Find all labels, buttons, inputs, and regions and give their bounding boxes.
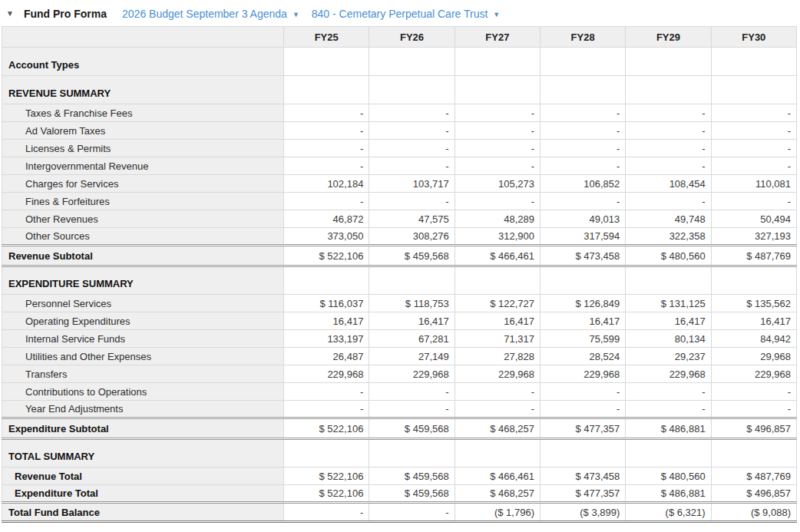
table-row: TOTAL SUMMARY [2, 439, 797, 468]
value-cell: 84,942 [711, 330, 796, 348]
collapse-arrow-icon[interactable]: ▼ [6, 10, 14, 18]
value-cell: - [711, 193, 796, 210]
value-cell: $ 135,562 [711, 295, 796, 312]
value-cell: $ 477,357 [540, 485, 626, 503]
value-cell: 229,968 [369, 365, 455, 383]
value-cell: 27,149 [369, 348, 455, 365]
table-row: Other Revenues46,87247,57548,28949,01349… [2, 210, 797, 228]
value-cell: 16,417 [711, 312, 796, 330]
row-label: Taxes & Franchise Fees [2, 104, 284, 122]
value-cell: - [455, 383, 540, 401]
row-label: Utilities and Other Expenses [2, 348, 284, 365]
value-cell [284, 76, 369, 104]
value-cell: $ 522,106 [284, 468, 369, 485]
row-label: Ad Valorem Taxes [2, 122, 284, 140]
value-cell [455, 266, 540, 295]
value-cell: $ 459,568 [369, 246, 455, 266]
value-cell: ($ 3,899) [540, 503, 626, 522]
value-cell: - [626, 193, 711, 210]
column-header-fy30: FY30 [711, 27, 796, 48]
value-cell: - [369, 503, 455, 522]
value-cell: - [455, 401, 540, 418]
value-cell: 50,494 [711, 210, 796, 228]
fund-dropdown[interactable]: 840 - Cemetary Perpetual Care Trust ▼ [312, 8, 500, 20]
row-label: EXPENDITURE SUMMARY [2, 266, 284, 295]
value-cell: - [369, 193, 455, 210]
value-cell: $ 487,769 [711, 468, 796, 485]
row-label: REVENUE SUMMARY [2, 76, 284, 104]
value-cell: 27,828 [455, 348, 540, 365]
column-header-fy25: FY25 [284, 27, 369, 48]
value-cell: 16,417 [455, 312, 540, 330]
fund-dropdown-label: 840 - Cemetary Perpetual Care Trust [312, 8, 488, 20]
row-label: TOTAL SUMMARY [2, 439, 284, 468]
table-row: Other Sources373,050308,276312,900317,59… [2, 228, 797, 246]
value-cell: 16,417 [284, 312, 369, 330]
value-cell: $ 122,727 [455, 295, 540, 312]
value-cell: - [711, 104, 796, 122]
table-row: Internal Service Funds133,19767,28171,31… [2, 330, 797, 348]
value-cell: - [711, 401, 796, 418]
value-cell: $ 459,568 [369, 468, 455, 485]
value-cell: $ 486,881 [626, 418, 711, 439]
value-cell [284, 266, 369, 295]
row-label: Total Fund Balance [2, 503, 284, 522]
row-label: Revenue Subtotal [2, 246, 284, 266]
row-label: Licenses & Permits [2, 140, 284, 157]
value-cell: - [369, 401, 455, 418]
value-cell: $ 496,857 [711, 485, 796, 503]
table-body: Account TypesREVENUE SUMMARYTaxes & Fran… [2, 48, 797, 522]
value-cell [369, 439, 455, 468]
value-cell [626, 439, 711, 468]
value-cell [626, 76, 711, 104]
budget-version-dropdown-label: 2026 Budget September 3 Agenda [122, 8, 287, 20]
value-cell [369, 266, 455, 295]
value-cell: $ 486,881 [626, 485, 711, 503]
value-cell [540, 76, 626, 104]
value-cell: - [284, 383, 369, 401]
value-cell [540, 266, 626, 295]
value-cell: 229,968 [711, 365, 796, 383]
value-cell: - [540, 193, 626, 210]
value-cell [455, 48, 540, 76]
value-cell: 229,968 [455, 365, 540, 383]
chevron-down-icon: ▼ [493, 9, 500, 18]
value-cell: 229,968 [540, 365, 626, 383]
budget-version-dropdown[interactable]: 2026 Budget September 3 Agenda ▼ [122, 8, 299, 20]
value-cell: - [711, 157, 796, 175]
value-cell: - [455, 122, 540, 140]
value-cell: 308,276 [369, 228, 455, 246]
row-label: Operating Expenditures [2, 312, 284, 330]
pro-forma-table: FY25 FY26 FY27 FY28 FY29 FY30 Account Ty… [2, 26, 797, 523]
value-cell: 28,524 [540, 348, 626, 365]
value-cell: 133,197 [284, 330, 369, 348]
value-cell: - [369, 122, 455, 140]
column-header-fy26: FY26 [369, 27, 455, 48]
value-cell: $ 459,568 [369, 418, 455, 439]
value-cell [711, 48, 796, 76]
value-cell: 80,134 [626, 330, 711, 348]
row-label: Fines & Forfeitures [2, 193, 284, 210]
table-row: REVENUE SUMMARY [2, 76, 797, 104]
value-cell: 327,193 [711, 228, 796, 246]
value-cell: - [369, 140, 455, 157]
row-label: Contributions to Operations [2, 383, 284, 401]
value-cell: 16,417 [540, 312, 626, 330]
value-cell: 49,748 [626, 210, 711, 228]
value-cell: - [540, 104, 626, 122]
row-label: Other Revenues [2, 210, 284, 228]
value-cell: $ 468,257 [455, 485, 540, 503]
value-cell: 47,575 [369, 210, 455, 228]
value-cell [455, 76, 540, 104]
value-cell: 16,417 [626, 312, 711, 330]
value-cell [711, 266, 796, 295]
table-row: Revenue Total$ 522,106$ 459,568$ 466,461… [2, 468, 797, 485]
value-cell: ($ 9,088) [711, 503, 796, 522]
value-cell: 229,968 [284, 365, 369, 383]
table-row: Ad Valorem Taxes------ [2, 122, 797, 140]
value-cell: - [626, 157, 711, 175]
row-label: Transfers [2, 365, 284, 383]
value-cell [626, 266, 711, 295]
row-label: Intergovernmental Revenue [2, 157, 284, 175]
value-cell [711, 439, 796, 468]
